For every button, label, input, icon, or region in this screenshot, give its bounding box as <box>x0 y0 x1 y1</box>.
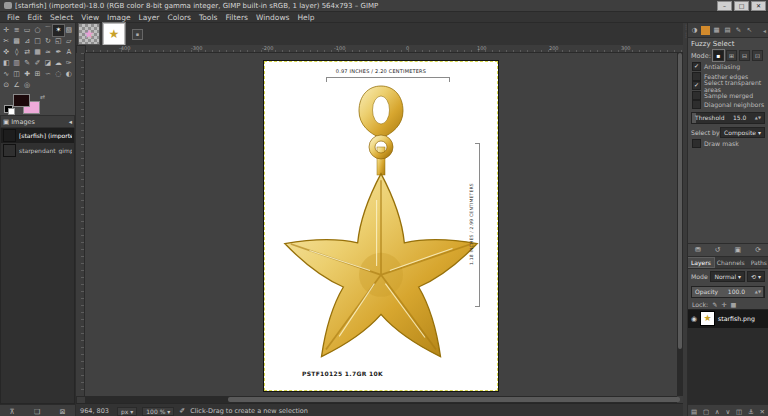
dock-tab-icon[interactable]: ✎ <box>734 26 743 35</box>
tool-icon[interactable]: ✒ <box>53 47 63 58</box>
menu-item[interactable]: Select <box>46 13 77 22</box>
tool-icon[interactable]: ✚ <box>22 69 32 80</box>
spinner-arrows-icon[interactable]: ▲▼ <box>755 290 761 294</box>
tool-icon[interactable]: ◎ <box>22 80 32 91</box>
lock-icon[interactable]: ✎ <box>712 301 717 308</box>
tab-menu-button[interactable]: ▪ <box>132 29 143 40</box>
menu-item[interactable]: Layer <box>135 13 164 22</box>
tool-icon[interactable]: ▧ <box>64 25 74 36</box>
dock-tab-icon[interactable]: ◑ <box>690 26 699 35</box>
checkbox[interactable] <box>692 91 701 100</box>
visibility-eye-icon[interactable]: ◉ <box>691 315 697 323</box>
checkbox[interactable] <box>692 72 701 81</box>
draw-mask-row[interactable]: Draw mask <box>688 139 768 149</box>
tool-icon[interactable]: ≡ <box>11 25 21 36</box>
tool-options-footer-button[interactable]: ⛃ <box>695 246 701 254</box>
draw-mask-checkbox[interactable] <box>692 139 701 148</box>
select-by-dropdown[interactable]: Composite ▾ <box>720 127 765 138</box>
swap-colors-icon[interactable]: ⇄ <box>40 93 45 100</box>
unit-dropdown[interactable]: px ▾ <box>117 407 137 416</box>
vertical-scrollbar[interactable] <box>677 53 683 396</box>
maximize-button[interactable]: □ <box>734 1 749 11</box>
tool-icon[interactable]: ◪ <box>43 58 53 69</box>
layer-footer-button[interactable]: ▢ <box>703 408 709 416</box>
dock-tab-icon[interactable]: ↖ <box>745 26 754 35</box>
tool-icon[interactable]: ⊙ <box>1 80 11 91</box>
panel-menu-icon[interactable]: ◂ <box>69 118 72 126</box>
close-button[interactable]: ✕ <box>751 1 766 11</box>
layer-footer-button[interactable]: ⚓ <box>748 408 754 416</box>
tool-icon[interactable]: ✛ <box>1 25 11 36</box>
selection-mode-button[interactable]: ▪ <box>713 50 724 61</box>
tool-icon[interactable]: ☁ <box>53 58 63 69</box>
menu-item[interactable]: File <box>3 13 24 22</box>
tool-options-footer-button[interactable]: ⟳ <box>755 246 761 254</box>
dock-menu-icon[interactable]: ◂ <box>763 27 766 34</box>
foreground-color-swatch[interactable] <box>13 94 30 107</box>
tool-icon[interactable]: ▱ <box>64 36 74 47</box>
tool-icon[interactable]: □ <box>32 36 42 47</box>
layer-footer-button[interactable]: ▤ <box>691 408 697 416</box>
tool-options-footer-button[interactable]: ↺ <box>715 246 721 254</box>
menu-item[interactable]: Help <box>293 13 318 22</box>
layer-footer-button[interactable]: ∨ <box>725 408 730 416</box>
checkbox-row[interactable]: Diagonal neighbors <box>688 100 768 110</box>
dock-tab[interactable]: Paths <box>748 258 768 267</box>
menu-item[interactable]: Edit <box>24 13 47 22</box>
tool-icon[interactable]: ↻ <box>43 36 53 47</box>
tool-icon[interactable]: ✶ <box>53 25 63 36</box>
dock-tab-icon[interactable]: ▤ <box>723 26 732 35</box>
tool-icon[interactable]: ◊ <box>11 47 21 58</box>
checkbox-row[interactable]: Sample merged <box>688 91 768 101</box>
layer-footer-button[interactable]: ∧ <box>715 408 720 416</box>
tool-icon[interactable]: ○ <box>32 25 42 36</box>
tool-icon[interactable]: ✐ <box>32 58 42 69</box>
tool-icon[interactable]: ⊿ <box>22 36 32 47</box>
menu-item[interactable]: View <box>77 13 103 22</box>
tool-icon[interactable]: ▩ <box>11 36 21 47</box>
blend-space-dropdown[interactable]: ⟲ ▾ <box>747 271 765 282</box>
tool-icon[interactable]: ∽ <box>43 69 53 80</box>
minimize-button[interactable]: – <box>717 1 732 11</box>
checkbox[interactable]: ✓ <box>692 62 701 71</box>
tool-icon[interactable]: ∠ <box>11 80 21 91</box>
menu-item[interactable]: Image <box>103 13 135 22</box>
image-list-item[interactable]: [starfish] (imported)-18 <box>1 128 74 143</box>
zoom-dropdown[interactable]: 100 % ▾ <box>142 407 174 416</box>
checkbox[interactable] <box>692 100 701 109</box>
checkbox-row[interactable]: ✓ Select transparent areas <box>688 81 768 91</box>
menu-item[interactable]: Filters <box>221 13 251 22</box>
tool-icon[interactable]: ◌ <box>53 69 63 80</box>
lock-icon[interactable]: ✛ <box>721 301 726 308</box>
tool-icon[interactable]: ∿ <box>1 69 11 80</box>
tool-options-footer-button[interactable]: ▣ <box>735 246 742 254</box>
layer-row[interactable]: ◉ starfish.png <box>688 310 768 328</box>
checkbox[interactable]: ✓ <box>692 81 701 90</box>
dock-tab-icon[interactable] <box>701 26 710 35</box>
threshold-slider[interactable]: Threshold 15.0 ▲▼ <box>691 112 765 124</box>
selection-mode-button[interactable]: ⊞ <box>726 50 737 61</box>
menu-item[interactable]: Windows <box>252 13 293 22</box>
image-artboard[interactable]: 0.97 INCHES / 2.20 CENTIMETERS <box>264 61 498 391</box>
default-colors-icon[interactable] <box>4 105 13 113</box>
horizontal-scroll-thumb[interactable] <box>228 397 680 402</box>
tool-icon[interactable]: ⌒ <box>43 25 53 36</box>
layer-mode-dropdown[interactable]: Normal ▾ <box>710 271 745 282</box>
checkbox-row[interactable]: ✓ Antialiasing <box>688 62 768 72</box>
tool-icon[interactable]: ▭ <box>22 25 32 36</box>
horizontal-ruler[interactable]: -400-300-200-1000100200300 <box>86 45 683 53</box>
menu-item[interactable]: Colors <box>163 13 195 22</box>
tool-icon[interactable]: ◐ <box>64 69 74 80</box>
tool-icon[interactable]: ✎ <box>22 58 32 69</box>
menu-item[interactable]: Tools <box>195 13 221 22</box>
images-panel-button[interactable]: ❏ <box>34 408 40 416</box>
horizontal-scrollbar[interactable] <box>86 396 677 403</box>
vertical-ruler[interactable] <box>76 53 85 396</box>
canvas[interactable]: 0.97 INCHES / 2.20 CENTIMETERS <box>85 53 677 396</box>
tool-icon[interactable]: ◫ <box>11 69 21 80</box>
dock-tab-icon[interactable]: ▦ <box>712 26 721 35</box>
images-panel-button[interactable]: ⊼ <box>10 408 15 416</box>
tool-icon[interactable]: ◧ <box>1 58 11 69</box>
image-tab-starfish[interactable]: ★ <box>103 23 125 45</box>
opacity-slider[interactable]: Opacity 100.0 ▲▼ <box>691 286 765 298</box>
